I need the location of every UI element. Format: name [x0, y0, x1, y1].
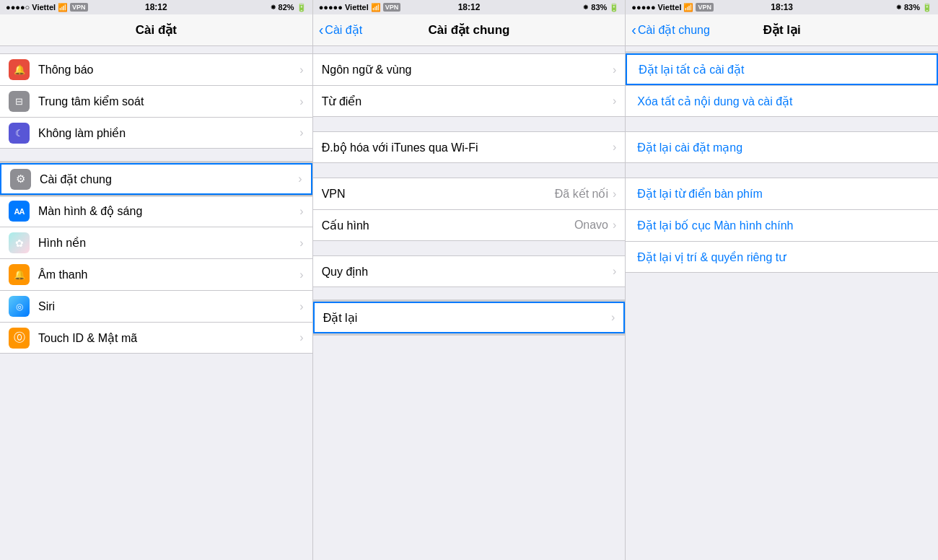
general-item-dictionary[interactable]: Từ điển ›	[313, 85, 626, 117]
chevron-icon-general: ›	[298, 172, 302, 185]
time-3: 18:13	[771, 2, 793, 12]
general-group-3: VPN Đã kết nối › Cấu hình Onavo ›	[313, 178, 626, 241]
bluetooth-icon-2: ⁕	[582, 3, 589, 12]
nav-back-3[interactable]: ‹ Cài đặt chung	[631, 23, 710, 37]
chevron-icon-sounds: ›	[299, 268, 303, 281]
settings-item-wallpaper[interactable]: ✿ Hình nền ›	[0, 227, 312, 258]
general-group-2: Đ.bộ hóa với iTunes qua Wi-Fi ›	[313, 131, 626, 163]
general-item-reset[interactable]: Đặt lại ›	[313, 302, 626, 333]
chevron-icon-thongbao: ›	[299, 64, 303, 76]
item-value-config: Onavo	[574, 219, 608, 232]
reset-item-keyboard[interactable]: Đặt lại từ điển bàn phím	[626, 178, 938, 209]
nav-bar-1: Cài đặt	[0, 14, 313, 45]
chevron-icon-touchid: ›	[299, 331, 303, 344]
reset-label-all-settings: Đặt lại tất cả cài đặt	[639, 63, 925, 76]
item-label-display: Màn hình & độ sáng	[38, 204, 299, 218]
chevron-icon-wallpaper: ›	[299, 237, 303, 250]
general-item-config[interactable]: Cấu hình Onavo ›	[313, 209, 626, 241]
vpn-badge-2: VPN	[383, 3, 401, 12]
reset-group-2: Đặt lại cài đặt mạng	[626, 131, 938, 163]
general-item-itunes[interactable]: Đ.bộ hóa với iTunes qua Wi-Fi ›	[313, 131, 626, 163]
time-2: 18:12	[458, 2, 481, 12]
chevron-icon-display: ›	[299, 205, 303, 218]
nav-bar-2: ‹ Cài đặt Cài đặt chung	[313, 14, 626, 45]
time-1: 18:12	[145, 2, 167, 12]
vpn-badge-3: VPN	[696, 3, 714, 12]
nav-back-2[interactable]: ‹ Cài đặt	[319, 23, 362, 37]
settings-item-khonglam[interactable]: ☾ Không làm phiền ›	[0, 117, 312, 149]
sounds-icon: 🔔	[9, 264, 30, 285]
settings-item-display[interactable]: AA Màn hình & độ sáng ›	[0, 195, 312, 227]
item-label-reset: Đặt lại	[323, 311, 611, 325]
wifi-icon-3: 📶	[683, 3, 693, 12]
panel-general: Ngôn ngữ & vùng › Từ điển › Đ.bộ hóa với…	[313, 46, 626, 560]
chevron-icon-trungtam: ›	[299, 95, 303, 108]
chevron-config: ›	[613, 219, 616, 232]
settings-group-1: 🔔 Thông báo › ⊟ Trung tâm kiểm soát › ☾ …	[0, 53, 312, 149]
item-label-trungtam: Trung tâm kiểm soát	[38, 95, 299, 108]
reset-item-homescreen[interactable]: Đặt lại bố cục Màn hình chính	[626, 209, 938, 241]
wallpaper-icon: ✿	[9, 232, 30, 253]
battery-2: 83% 🔋	[591, 3, 619, 12]
nav-bars: Cài đặt ‹ Cài đặt Cài đặt chung ‹ Cài đặ…	[0, 14, 938, 46]
wifi-icon-2: 📶	[371, 3, 381, 12]
chevron-dictionary: ›	[613, 95, 616, 108]
chevron-reset: ›	[611, 311, 615, 324]
nav-title-3: Đặt lại	[763, 22, 801, 38]
chevron-back-icon-2: ‹	[319, 22, 324, 37]
reset-item-network[interactable]: Đặt lại cài đặt mạng	[626, 131, 938, 163]
panels-container: 🔔 Thông báo › ⊟ Trung tâm kiểm soát › ☾ …	[0, 46, 938, 560]
general-group-5: Đặt lại ›	[313, 302, 626, 333]
chevron-back-icon-3: ‹	[631, 22, 636, 37]
wifi-icon-1: 📶	[58, 3, 68, 12]
reset-label-erase: Xóa tất cả nội dung và cài đặt	[637, 95, 926, 108]
settings-item-sounds[interactable]: 🔔 Âm thanh ›	[0, 258, 312, 290]
nav-title-2: Cài đặt chung	[429, 22, 510, 38]
nav-back-label-3: Cài đặt chung	[638, 23, 710, 37]
item-label-general: Cài đặt chung	[40, 172, 298, 186]
reset-label-location: Đặt lại vị trí & quyền riêng tư	[637, 250, 926, 264]
item-label-siri: Siri	[38, 300, 299, 313]
item-label-rules: Quy định	[322, 265, 613, 279]
item-label-touchid: Touch ID & Mật mã	[38, 331, 299, 345]
chevron-vpn: ›	[613, 188, 616, 201]
reset-item-location[interactable]: Đặt lại vị trí & quyền riêng tư	[626, 241, 938, 273]
status-bars: ●●●●○ Viettel 📶 VPN 18:12 ⁕ 82% 🔋 ●●●●● …	[0, 0, 938, 14]
reset-group-3: Đặt lại từ điển bàn phím Đặt lại bố cục …	[626, 178, 938, 273]
touchid-icon: ⓪	[9, 328, 30, 349]
general-group-1: Ngôn ngữ & vùng › Từ điển ›	[313, 53, 626, 117]
chevron-icon-khonglam: ›	[299, 126, 303, 139]
settings-item-touchid[interactable]: ⓪ Touch ID & Mật mã ›	[0, 322, 312, 354]
status-bar-3: ●●●●● Viettel 📶 VPN 18:13 ⁕ 83% 🔋	[626, 0, 938, 14]
chevron-rules: ›	[613, 265, 616, 278]
carrier-3: ●●●●● Viettel	[631, 3, 681, 12]
panel-reset: Đặt lại tất cả cài đặt Xóa tất cả nội du…	[626, 46, 938, 560]
item-value-vpn: Đã kết nối	[555, 187, 608, 201]
control-center-icon: ⊟	[9, 91, 30, 112]
carrier-2: ●●●●● Viettel	[319, 3, 369, 12]
nav-bar-3: ‹ Cài đặt chung Đặt lại	[626, 14, 938, 45]
general-item-language[interactable]: Ngôn ngữ & vùng ›	[313, 53, 626, 85]
reset-label-homescreen: Đặt lại bố cục Màn hình chính	[637, 219, 926, 232]
general-item-rules[interactable]: Quy định ›	[313, 255, 626, 287]
reset-item-all-settings[interactable]: Đặt lại tất cả cài đặt	[626, 53, 938, 85]
item-label-thongbao: Thông báo	[38, 64, 299, 76]
dnd-icon: ☾	[9, 123, 30, 144]
settings-item-siri[interactable]: ◎ Siri ›	[0, 290, 312, 322]
bluetooth-icon-3: ⁕	[895, 3, 902, 12]
settings-item-thongbao[interactable]: 🔔 Thông báo ›	[0, 53, 312, 85]
settings-item-general[interactable]: ⚙ Cài đặt chung ›	[0, 163, 312, 195]
general-item-vpn[interactable]: VPN Đã kết nối ›	[313, 178, 626, 209]
battery-3: 83% 🔋	[904, 3, 932, 12]
display-icon: AA	[9, 201, 30, 222]
item-label-language: Ngôn ngữ & vùng	[322, 63, 613, 76]
reset-label-network: Đặt lại cài đặt mạng	[637, 141, 926, 154]
general-icon: ⚙	[10, 169, 31, 190]
nav-title-1: Cài đặt	[136, 22, 177, 38]
item-label-wallpaper: Hình nền	[38, 236, 299, 250]
settings-item-trungtam[interactable]: ⊟ Trung tâm kiểm soát ›	[0, 85, 312, 117]
reset-item-erase[interactable]: Xóa tất cả nội dung và cài đặt	[626, 85, 938, 117]
status-bar-2: ●●●●● Viettel 📶 VPN 18:12 ⁕ 83% 🔋	[313, 0, 626, 14]
battery-1: 82% 🔋	[279, 3, 307, 12]
carrier-1: ●●●●○ Viettel	[6, 3, 56, 12]
